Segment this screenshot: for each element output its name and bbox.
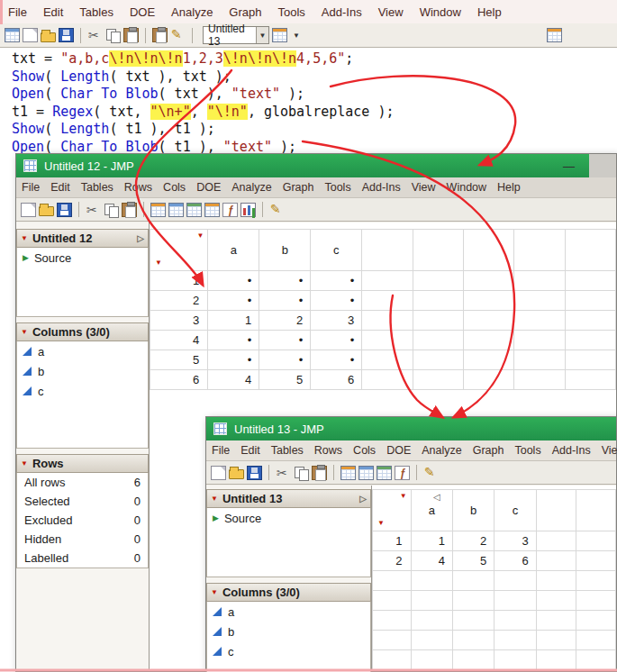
new-table-icon[interactable] xyxy=(5,28,20,42)
grid-corner[interactable]: ▼▼ xyxy=(150,230,208,271)
data-cell[interactable]: • xyxy=(208,350,259,370)
untitled13-data-grid[interactable]: ◁ ▼▼abc11232456 xyxy=(372,486,616,671)
menu-item-cols[interactable]: Cols xyxy=(348,444,381,457)
menu-item-window[interactable]: Window xyxy=(412,5,469,19)
rows-menu-icon[interactable]: ▼ xyxy=(377,520,385,527)
open-icon[interactable] xyxy=(229,469,244,479)
source-disclosure-icon[interactable]: ▶ xyxy=(23,254,29,262)
pen-icon[interactable] xyxy=(170,28,186,42)
menu-item-graph[interactable]: Graph xyxy=(221,5,269,19)
copy-icon[interactable] xyxy=(105,28,121,42)
rows-panel-header[interactable]: ▼ Rows xyxy=(16,454,149,473)
column-header-a[interactable]: a xyxy=(208,230,259,271)
paste-icon[interactable] xyxy=(312,466,327,480)
clipboard-icon[interactable] xyxy=(152,28,168,42)
data-cell[interactable]: • xyxy=(208,331,259,350)
data-table-icon[interactable] xyxy=(547,28,562,42)
menu-item-rows[interactable]: Rows xyxy=(119,181,158,194)
data-cell[interactable]: 1 xyxy=(208,311,259,331)
menu-item-help[interactable]: Help xyxy=(469,5,510,19)
table-b-icon[interactable] xyxy=(358,466,374,480)
data-cell[interactable]: 5 xyxy=(452,551,494,571)
chart-icon[interactable] xyxy=(240,203,256,217)
column-item-c[interactable]: c xyxy=(207,641,370,661)
data-cell[interactable]: • xyxy=(259,350,311,370)
column-item-b[interactable]: b xyxy=(207,622,370,641)
menu-item-doe[interactable]: DOE xyxy=(191,181,226,194)
menu-item-rows[interactable]: Rows xyxy=(309,444,348,457)
menu-item-edit[interactable]: Edit xyxy=(35,5,71,19)
data-cell[interactable]: • xyxy=(311,271,362,291)
menu-item-graph[interactable]: Graph xyxy=(467,444,510,457)
column-item-b[interactable]: b xyxy=(17,361,148,381)
menu-item-addins[interactable]: Add-Ins xyxy=(547,444,596,457)
new-page-icon[interactable] xyxy=(21,203,36,217)
formula-icon[interactable] xyxy=(395,466,410,480)
table-o-icon[interactable] xyxy=(340,466,356,480)
data-cell[interactable]: • xyxy=(311,350,362,370)
pen-icon[interactable] xyxy=(269,203,285,217)
menu-item-view[interactable]: View xyxy=(406,181,441,194)
menu-item-file[interactable]: File xyxy=(206,444,235,457)
cut-icon[interactable] xyxy=(276,466,291,480)
combobox-dropdown-icon[interactable]: ▼ xyxy=(256,27,268,43)
formula-icon[interactable] xyxy=(222,203,238,217)
paste-icon[interactable] xyxy=(122,203,137,217)
pen-icon[interactable] xyxy=(423,466,439,480)
data-cell[interactable]: 4 xyxy=(208,370,259,390)
table-list-dropdown-icon[interactable]: ▼ xyxy=(290,32,303,40)
rows-menu-icon[interactable]: ▼ xyxy=(155,259,162,267)
column-header-a[interactable]: a xyxy=(411,490,452,531)
table-b-icon[interactable] xyxy=(168,203,184,217)
table-o2-icon[interactable] xyxy=(204,203,220,217)
menu-item-tables[interactable]: Tables xyxy=(76,181,119,194)
collapse-arrow-icon[interactable]: ◁ xyxy=(433,492,440,502)
menu-item-tables[interactable]: Tables xyxy=(266,444,309,457)
untitled12-titlebar[interactable]: Untitled 12 - JMP — xyxy=(16,154,616,177)
row-number[interactable]: 1 xyxy=(150,271,208,291)
save-icon[interactable] xyxy=(57,203,72,217)
data-cell[interactable]: 4 xyxy=(411,551,452,571)
data-cell[interactable]: 2 xyxy=(452,531,494,551)
table-g-icon[interactable] xyxy=(377,466,392,480)
menu-item-tables[interactable]: Tables xyxy=(71,5,122,19)
row-number[interactable]: 2 xyxy=(373,551,412,571)
menu-item-cols[interactable]: Cols xyxy=(158,181,191,194)
row-number[interactable]: 1 xyxy=(373,531,412,551)
table-panel-header[interactable]: ▼ Untitled 13 ▷ xyxy=(206,489,371,508)
data-cell[interactable]: • xyxy=(208,271,259,291)
columns-menu-icon[interactable]: ▼ xyxy=(400,493,407,500)
data-cell[interactable]: 5 xyxy=(259,370,311,390)
menu-item-analyze[interactable]: Analyze xyxy=(416,444,467,457)
cut-icon[interactable] xyxy=(87,28,103,42)
grid-corner[interactable]: ▼▼ xyxy=(373,490,412,531)
panel-collapse-icon[interactable]: ▷ xyxy=(137,233,144,243)
save-icon[interactable] xyxy=(247,466,262,480)
table-panel-header[interactable]: ▼ Untitled 12 ▷ xyxy=(16,229,149,248)
menu-item-doe[interactable]: DOE xyxy=(122,5,163,19)
new-page-icon[interactable] xyxy=(211,466,226,480)
menu-item-addins[interactable]: Add-Ins xyxy=(313,5,370,19)
source-disclosure-icon[interactable]: ▶ xyxy=(213,514,219,522)
menu-item-tools[interactable]: Tools xyxy=(509,444,546,457)
column-item-c[interactable]: c xyxy=(17,381,148,401)
table-o-icon[interactable] xyxy=(150,203,166,217)
menu-item-file[interactable]: File xyxy=(16,181,45,194)
red-dropdown-icon[interactable]: ▼ xyxy=(21,329,28,336)
data-cell[interactable]: 1 xyxy=(411,531,452,551)
copy-icon[interactable] xyxy=(294,466,309,480)
data-cell[interactable]: • xyxy=(259,271,311,291)
open-icon[interactable] xyxy=(41,32,56,42)
menu-item-analyze[interactable]: Analyze xyxy=(226,181,277,194)
minimize-button[interactable]: — xyxy=(563,159,575,173)
menu-item-graph[interactable]: Graph xyxy=(277,181,320,194)
data-cell[interactable]: 3 xyxy=(311,311,362,331)
new-page-icon[interactable] xyxy=(23,28,38,42)
menu-item-tools[interactable]: Tools xyxy=(270,5,313,19)
cut-icon[interactable] xyxy=(86,203,101,217)
row-number[interactable]: 6 xyxy=(150,370,208,390)
menu-item-help[interactable]: Help xyxy=(492,181,526,194)
open-icon[interactable] xyxy=(39,206,54,216)
menu-item-doe[interactable]: DOE xyxy=(381,444,416,457)
column-item-a[interactable]: a xyxy=(17,341,148,361)
